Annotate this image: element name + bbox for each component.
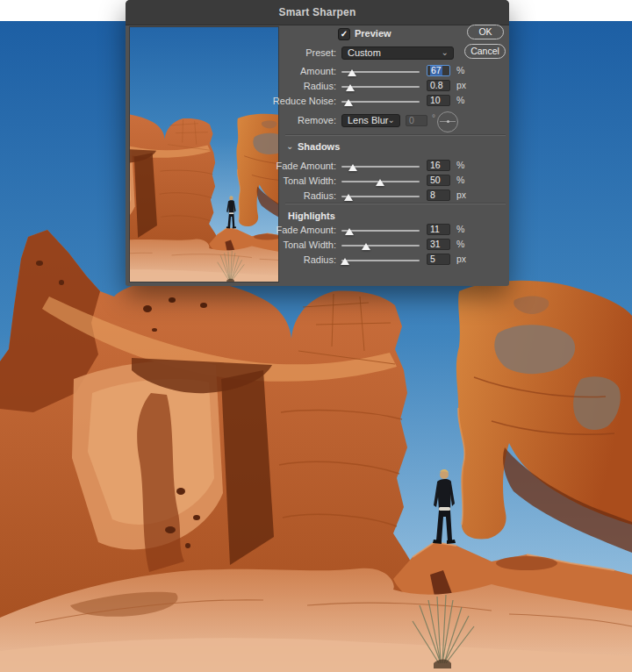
shadows-tonal-value: 50	[430, 175, 441, 185]
shadows-fade-label: Fade Amount:	[152, 160, 336, 172]
smart-sharpen-dialog: Smart Sharpen ✓ Preview OK Cancel Preset…	[126, 0, 509, 286]
radius-slider-thumb[interactable]	[346, 84, 355, 91]
remove-value: Lens Blur	[348, 115, 388, 125]
shadows-tonal-row: Tonal Width: 50 %	[126, 175, 509, 189]
chevron-down-icon: ⌄	[442, 46, 449, 58]
remove-row: Remove: Lens Blur ⌄ 0 °	[126, 114, 509, 128]
highlights-fade-row: Fade Amount: 11 %	[126, 224, 509, 238]
degree-symbol: °	[432, 113, 435, 123]
amount-slider[interactable]	[341, 71, 420, 73]
amount-value: 67	[430, 65, 442, 75]
highlights-radius-label: Radius:	[152, 254, 336, 266]
shadows-tonal-slider-thumb[interactable]	[376, 179, 384, 186]
shadows-radius-row: Radius: 8 px	[126, 189, 509, 204]
highlights-fade-slider-thumb[interactable]	[345, 228, 354, 235]
highlights-tonal-slider-thumb[interactable]	[362, 243, 370, 250]
angle-value: 0	[409, 115, 414, 125]
highlights-divider	[285, 204, 506, 204]
highlights-fade-unit: %	[456, 224, 464, 235]
highlights-tonal-value: 31	[430, 239, 441, 249]
highlights-fade-input[interactable]: 11	[427, 224, 450, 235]
shadows-collapse-chevron-icon[interactable]: ⌄	[286, 141, 293, 152]
amount-row: Amount: 67 %	[126, 65, 509, 79]
highlights-radius-value: 5	[430, 254, 435, 264]
dialog-title: Smart Sharpen	[279, 6, 356, 18]
reduce-noise-value: 10	[430, 95, 441, 105]
reduce-noise-label: Reduce Noise:	[152, 95, 336, 107]
shadows-radius-unit: px	[456, 189, 466, 201]
radius-row: Radius: 0.8 px	[126, 80, 509, 94]
shadows-tonal-input[interactable]: 50	[427, 175, 450, 186]
reduce-noise-input[interactable]: 10	[427, 95, 450, 106]
shadows-fade-slider[interactable]	[341, 166, 420, 168]
remove-label: Remove:	[152, 114, 336, 127]
angle-input[interactable]: 0	[406, 115, 427, 126]
preset-dropdown[interactable]: Custom ⌄	[341, 46, 454, 60]
shadows-divider	[285, 135, 506, 136]
shadows-tonal-slider[interactable]	[341, 181, 420, 182]
preset-value: Custom	[348, 47, 381, 58]
highlights-tonal-label: Tonal Width:	[152, 239, 336, 251]
highlights-radius-slider-thumb[interactable]	[341, 258, 349, 265]
shadows-fade-unit: %	[456, 160, 464, 171]
radius-value: 0.8	[430, 80, 443, 90]
highlights-radius-row: Radius: 5 px	[126, 254, 509, 268]
highlights-tonal-unit: %	[456, 239, 464, 250]
shadows-radius-slider-thumb[interactable]	[344, 194, 353, 201]
amount-input[interactable]: 67	[427, 65, 450, 76]
highlights-tonal-input[interactable]: 31	[427, 239, 450, 250]
preview-checkbox[interactable]: ✓	[338, 28, 350, 40]
screenshot-root: Smart Sharpen ✓ Preview OK Cancel Preset…	[0, 0, 632, 672]
shadows-radius-label: Radius:	[152, 189, 336, 202]
shadows-section-title[interactable]: Shadows	[298, 141, 340, 152]
highlights-fade-value: 11	[430, 224, 440, 234]
shadows-fade-row: Fade Amount: 16 %	[126, 160, 509, 174]
shadows-radius-value: 8	[430, 189, 435, 200]
ok-button[interactable]: OK	[467, 25, 504, 39]
highlights-section-title[interactable]: Highlights	[288, 211, 335, 221]
highlights-fade-slider[interactable]	[341, 230, 420, 232]
radius-unit: px	[456, 80, 466, 91]
highlights-tonal-row: Tonal Width: 31 %	[126, 239, 509, 253]
highlights-radius-input[interactable]: 5	[427, 254, 450, 265]
checkmark-icon: ✓	[341, 29, 348, 39]
shadows-fade-value: 16	[430, 160, 441, 170]
shadows-radius-slider[interactable]	[341, 196, 420, 197]
shadows-tonal-label: Tonal Width:	[152, 175, 336, 187]
radius-slider[interactable]	[341, 86, 420, 88]
shadows-radius-input[interactable]: 8	[427, 189, 450, 201]
angle-dial[interactable]	[437, 111, 458, 132]
radius-input[interactable]: 0.8	[427, 80, 450, 91]
remove-dropdown[interactable]: Lens Blur ⌄	[341, 114, 400, 127]
amount-slider-thumb[interactable]	[348, 69, 356, 76]
reduce-noise-slider-thumb[interactable]	[344, 99, 353, 106]
preset-row: Preset: Custom ⌄	[126, 46, 509, 61]
highlights-tonal-slider[interactable]	[341, 245, 420, 247]
amount-label: Amount:	[152, 65, 336, 77]
dialog-titlebar[interactable]: Smart Sharpen	[126, 0, 509, 25]
shadows-fade-slider-thumb[interactable]	[348, 164, 357, 171]
highlights-fade-label: Fade Amount:	[152, 224, 336, 236]
reduce-noise-unit: %	[456, 95, 464, 106]
reduce-noise-row: Reduce Noise: 10 %	[126, 95, 509, 109]
preview-checkbox-label: Preview	[355, 28, 391, 39]
radius-label: Radius:	[152, 80, 336, 92]
shadows-tonal-unit: %	[456, 175, 464, 186]
reduce-noise-slider[interactable]	[341, 101, 420, 103]
highlights-radius-slider[interactable]	[341, 260, 420, 261]
preset-label: Preset:	[152, 46, 336, 60]
chevron-down-icon: ⌄	[388, 114, 395, 125]
highlights-radius-unit: px	[456, 254, 466, 265]
right-boulder	[456, 281, 632, 553]
shadows-fade-input[interactable]: 16	[427, 160, 450, 171]
amount-unit: %	[456, 65, 464, 76]
